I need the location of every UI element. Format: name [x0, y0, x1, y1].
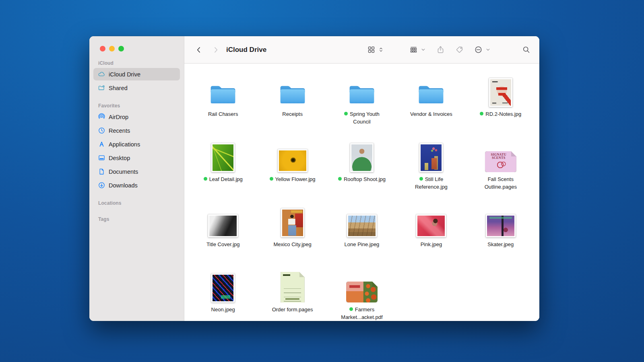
sync-status-dot	[480, 112, 483, 115]
file-item[interactable]: Rail Chasers	[188, 64, 258, 130]
sidebar-section: Tags	[89, 216, 184, 224]
file-item[interactable]: Lone Pine.jpeg	[327, 195, 396, 260]
sidebar-item-label: Downloads	[109, 182, 138, 189]
sidebar-item-documents[interactable]: Documents	[93, 165, 180, 178]
file-thumbnail	[208, 214, 238, 237]
file-thumbnail	[211, 143, 235, 172]
sidebar-section-header: Favorites	[89, 103, 184, 110]
file-label: Mexico City.jpeg	[273, 241, 311, 248]
sidebar-section: Locations	[89, 200, 184, 208]
sync-status-dot	[338, 177, 342, 181]
sidebar-section: iCloud iCloud Drive Shared	[89, 60, 184, 94]
file-label: Order form.pages	[272, 306, 313, 313]
file-item[interactable]: Yellow Flower.jpg	[258, 130, 327, 195]
forward-button[interactable]	[210, 44, 221, 56]
file-item[interactable]: Skater.jpeg	[466, 195, 535, 260]
sidebar-item-shared[interactable]: Shared	[93, 82, 180, 94]
back-button[interactable]	[193, 44, 204, 56]
file-label: Rail Chasers	[208, 110, 238, 118]
desktop-icon	[98, 154, 105, 162]
sidebar-item-label: AirDrop	[109, 114, 128, 120]
sync-status-dot	[204, 177, 207, 181]
file-label: Rooftop Shoot.jpg	[338, 175, 386, 183]
file-thumbnail	[416, 214, 446, 237]
sidebar-item-label: Desktop	[109, 155, 130, 161]
sidebar-item-desktop[interactable]: Desktop	[93, 152, 180, 164]
file-thumbnail	[350, 143, 374, 172]
more-options-icon[interactable]	[474, 44, 483, 56]
toolbar-actions	[367, 44, 530, 56]
sync-status-dot	[349, 307, 353, 311]
document-icon	[98, 168, 105, 175]
file-thumbnail	[346, 282, 378, 302]
airdrop-icon	[98, 113, 105, 121]
sync-status-dot	[270, 177, 273, 181]
sidebar-item-label: Recents	[109, 128, 130, 134]
grid-view-icon[interactable]	[367, 44, 376, 56]
file-item[interactable]: Vendor & Invoices	[396, 64, 466, 130]
file-thumbnail	[347, 214, 377, 237]
folder-icon	[417, 83, 445, 107]
file-thumbnail	[281, 272, 305, 302]
sidebar-section: Favorites AirDrop Recents Applications D…	[89, 103, 184, 191]
sidebar-section-header: Tags	[89, 216, 184, 224]
file-label: Still Life Reference.jpg	[406, 175, 456, 191]
thumbnail-text: SIGNATU SCENTS	[485, 153, 512, 160]
file-thumbnail	[486, 214, 516, 237]
file-label: Skater.jpeg	[487, 241, 514, 248]
file-item[interactable]: Leaf Detail.jpg	[188, 130, 258, 195]
more-chevron-down-icon[interactable]	[485, 44, 491, 56]
file-label: Receipts	[282, 110, 303, 118]
file-item[interactable]: Rooftop Shoot.jpg	[327, 130, 396, 195]
file-item[interactable]: Neon.jpeg	[188, 260, 258, 321]
file-label: Vendor & Invoices	[410, 110, 452, 118]
sidebar-item-airdrop[interactable]: AirDrop	[93, 111, 180, 123]
sidebar-item-label: iCloud Drive	[109, 71, 140, 78]
folder-icon	[279, 83, 307, 107]
file-thumbnail	[211, 274, 235, 302]
file-item[interactable]: Title Cover.jpg	[188, 195, 258, 260]
app-a-icon	[98, 140, 105, 148]
file-label: Leaf Detail.jpg	[204, 175, 243, 183]
zoom-button[interactable]	[118, 46, 124, 51]
sidebar-section-header: Locations	[89, 200, 184, 208]
file-thumbnail: SIGNATU SCENTS	[485, 151, 516, 172]
group-by-icon[interactable]	[409, 44, 418, 56]
file-item[interactable]: Spring Youth Council	[327, 64, 396, 130]
file-item[interactable]: Farmers Market...acket.pdf	[327, 260, 396, 321]
file-label: Spring Youth Council	[336, 110, 387, 125]
file-thumbnail	[278, 149, 308, 172]
file-item[interactable]: SIGNATU SCENTS Fall Scents Outline.pages	[466, 130, 535, 195]
sidebar-item-downloads[interactable]: Downloads	[93, 179, 180, 191]
download-icon	[98, 181, 105, 189]
tag-icon[interactable]	[455, 44, 464, 56]
sidebar-item-recents[interactable]: Recents	[93, 124, 180, 137]
folder-icon	[348, 83, 376, 107]
search-icon[interactable]	[522, 44, 530, 56]
desktop-background: { "window": { "traffic_lights": ["close"…	[0, 0, 644, 362]
minimize-button[interactable]	[109, 46, 115, 51]
share-icon[interactable]	[436, 44, 445, 56]
sidebar-item-applications[interactable]: Applications	[93, 138, 180, 150]
sync-status-dot	[419, 177, 423, 181]
toolbar: iCloud Drive	[184, 36, 539, 64]
clock-icon	[98, 127, 105, 134]
file-item[interactable]: Receipts	[258, 64, 327, 130]
file-item[interactable]: Pink.jpeg	[396, 195, 466, 260]
window-title: iCloud Drive	[226, 46, 266, 54]
close-button[interactable]	[100, 46, 105, 51]
file-label: Title Cover.jpg	[206, 241, 240, 248]
sidebar: iCloud iCloud Drive Shared Favorites Air…	[89, 36, 184, 321]
file-label: Fall Scents Outline.pages	[475, 175, 526, 191]
file-label: Lone Pine.jpeg	[345, 241, 380, 248]
traffic-lights	[89, 46, 184, 51]
group-chevron-down-icon[interactable]	[421, 44, 426, 56]
file-item[interactable]: Order form.pages	[258, 260, 327, 321]
file-item[interactable]: RD.2-Notes.jpg	[466, 64, 535, 130]
sidebar-item-label: Documents	[109, 169, 138, 175]
file-item[interactable]: Still Life Reference.jpg	[396, 130, 466, 195]
file-item[interactable]: Mexico City.jpeg	[258, 195, 327, 260]
sidebar-item-icloud-drive[interactable]: iCloud Drive	[93, 68, 180, 80]
file-label: Pink.jpeg	[421, 241, 442, 248]
view-sort-chevrons-icon[interactable]	[378, 44, 384, 56]
